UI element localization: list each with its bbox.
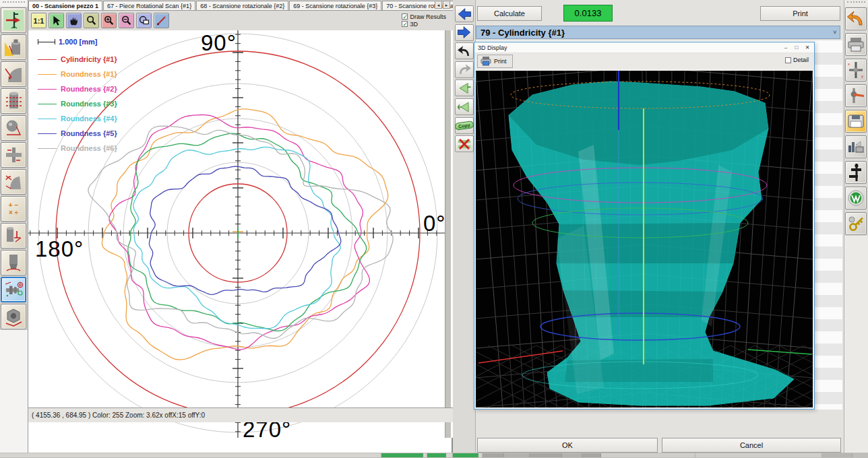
zoom-region-button[interactable]	[136, 13, 152, 28]
legend-color-swatch	[38, 133, 57, 134]
return-icon[interactable]	[845, 7, 867, 30]
plot-vertical-scrollbar[interactable]	[445, 30, 451, 438]
legend-color-swatch	[38, 89, 57, 90]
pan-hand-button[interactable]	[66, 13, 82, 28]
plot-options: ✓Draw Results ✓3D	[402, 13, 446, 28]
rail-grip	[3, 1, 25, 5]
brand-logo-icon[interactable]	[845, 187, 867, 209]
maximize-icon[interactable]: □	[792, 44, 801, 52]
taskbar-segment[interactable]	[453, 453, 478, 457]
legend-item-0: Cylindricity {#1}	[38, 52, 117, 67]
nav-back-icon[interactable]	[455, 5, 474, 22]
dialog-print-label: Print	[494, 58, 507, 65]
probe-arm-icon[interactable]	[845, 84, 867, 107]
left-toolbox-rail: + − × ÷	[0, 0, 28, 453]
taskbar-segment[interactable]	[601, 453, 695, 457]
roundness-cylindricity-icon[interactable]	[1, 277, 26, 302]
taskbar-segment[interactable]	[483, 453, 504, 457]
taskbar-segment[interactable]	[427, 453, 446, 457]
copy-label: Copy	[455, 121, 474, 131]
tab-scan-3[interactable]: 69 - Scansione rotazionale {#3}	[289, 1, 381, 10]
angle-label-180: 180°	[35, 236, 84, 262]
3d-checkbox[interactable]: ✓	[402, 21, 408, 27]
dialog-titlebar[interactable]: 3D Display – □ ✕	[474, 42, 814, 53]
3d-display-dialog: 3D Display – □ ✕ Print . Detail	[474, 42, 815, 410]
print-report-icon[interactable]	[845, 33, 867, 56]
tab-scroll-right-icon[interactable]: ▸	[443, 1, 450, 9]
cylinder-scan-icon[interactable]	[1, 88, 26, 114]
zoom-out-button[interactable]	[119, 13, 134, 28]
tab-scan-0[interactable]: 00 - Scansione pezzo 1	[28, 1, 102, 10]
tab-scroll-left-icon[interactable]: ◂	[435, 1, 442, 9]
profile-measure-icon[interactable]	[1, 61, 26, 87]
probe-axes-icon[interactable]: xy	[845, 59, 867, 81]
cross-section-icon[interactable]	[1, 142, 26, 168]
taskbar-segment[interactable]	[562, 453, 582, 457]
zoom-1to1-button[interactable]: 1:1	[31, 13, 46, 28]
measurement-selector[interactable]: 79 - Cylindricity {#1} ˅	[476, 26, 840, 39]
chevron-down-icon[interactable]: ˅	[830, 29, 840, 36]
math-functions-icon[interactable]: + − × ÷	[1, 196, 26, 222]
scale-bar-label: 1.000 [mm]	[59, 38, 97, 46]
detail-option: . Detail	[785, 57, 809, 63]
dialog-print-button[interactable]: Print	[477, 55, 513, 68]
taskbar-segment[interactable]	[446, 453, 453, 457]
taskbar-segment[interactable]	[822, 453, 852, 457]
nav-forward-icon[interactable]	[455, 24, 474, 41]
angle-label-0: 0°	[423, 211, 446, 236]
taper-measure-icon[interactable]	[1, 250, 26, 275]
zoom-tool-button[interactable]	[84, 13, 99, 28]
tab-scan-1[interactable]: 67 - Piece Rotational Scan {#1}	[103, 1, 195, 10]
polar-plot-area[interactable]: 1.000 [mm] Cylindricity {#1}Roundness {#…	[28, 30, 453, 438]
tab-scan-2[interactable]: 68 - Scansione rotazionale {#2}	[196, 1, 288, 10]
legend-item-5: Roundness {#5}	[38, 126, 117, 141]
print-button[interactable]: Print	[760, 6, 840, 21]
license-key-icon[interactable]	[845, 212, 867, 235]
svg-text:x: x	[848, 62, 850, 66]
probe-tool-icon[interactable]	[1, 7, 26, 33]
taskbar-segment[interactable]	[582, 453, 601, 457]
taskbar	[0, 453, 868, 458]
taskbar-segment[interactable]	[530, 453, 562, 457]
redo-icon[interactable]	[455, 61, 474, 78]
angle-measure-icon[interactable]	[1, 169, 26, 195]
legend-item-2: Roundness {#2}	[38, 81, 117, 96]
calculate-button[interactable]: Calculate	[477, 6, 542, 21]
legend-item-label: Roundness {#4}	[61, 115, 117, 123]
detail-checkbox[interactable]: .	[785, 57, 791, 63]
legend-color-swatch	[38, 104, 57, 104]
middle-nav-rail: Copy	[453, 0, 476, 453]
taskbar-segment[interactable]	[0, 453, 381, 457]
minimize-icon[interactable]: –	[781, 44, 790, 52]
undo-icon[interactable]	[455, 42, 474, 59]
zoom-in-button[interactable]	[101, 13, 117, 28]
taskbar-segment[interactable]	[695, 453, 822, 457]
column-clamp-icon[interactable]	[845, 161, 867, 184]
taskbar-segment[interactable]	[504, 453, 530, 457]
angle-label-90: 90°	[201, 30, 237, 56]
legend-item-label: Roundness {#2}	[61, 85, 117, 93]
3d-viewport[interactable]	[476, 71, 813, 407]
sphere-measure-icon[interactable]	[1, 115, 26, 141]
application-window: + − × ÷ 00 - Scansione pezzo 167 - Piece…	[0, 0, 868, 458]
nut-feature-icon[interactable]	[1, 304, 26, 329]
legend-color-swatch	[38, 59, 57, 60]
perpendicularity-icon[interactable]	[1, 223, 26, 249]
close-icon[interactable]: ✕	[803, 44, 812, 52]
chart-print-icon[interactable]	[845, 135, 867, 158]
taskbar-segment[interactable]	[381, 453, 423, 457]
select-cursor-button[interactable]	[49, 13, 64, 28]
play-back-step-icon[interactable]	[455, 98, 474, 115]
cancel-button[interactable]: Cancel	[662, 438, 841, 453]
part-reference-icon[interactable]	[1, 34, 26, 60]
line-profile-button[interactable]	[154, 13, 169, 28]
3d-label: 3D	[410, 21, 418, 28]
draw-results-checkbox[interactable]: ✓	[402, 13, 408, 20]
save-icon[interactable]	[845, 110, 867, 133]
delete-icon[interactable]	[455, 135, 474, 152]
legend-item-1: Roundness {#1}	[38, 67, 117, 81]
legend-item-label: Roundness {#6}	[61, 144, 117, 152]
copy-icon[interactable]: Copy	[455, 117, 474, 134]
play-back-icon[interactable]	[455, 79, 474, 96]
ok-button[interactable]: OK	[477, 438, 658, 453]
